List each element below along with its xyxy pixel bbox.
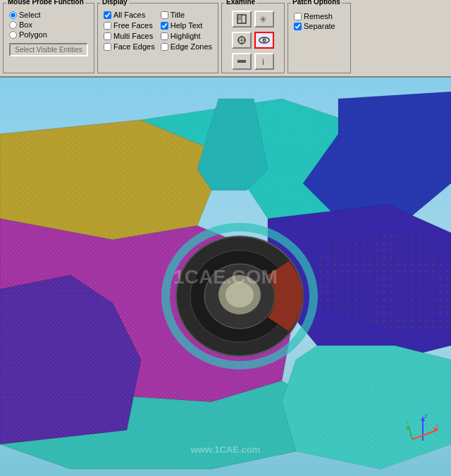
circle-select-icon xyxy=(236,35,247,46)
viewport[interactable]: 1CAE.COM www.1CAE.com Z X Y xyxy=(0,78,451,476)
cb-all-faces-label: All Faces xyxy=(113,11,145,19)
patch-options-title: Patch Options xyxy=(291,0,342,6)
svg-point-11 xyxy=(264,39,265,41)
examine-row1: ✳ xyxy=(232,11,274,28)
cb-face-edges[interactable]: Face Edges xyxy=(104,42,155,51)
svg-text:i: i xyxy=(262,56,264,67)
examine-row2 xyxy=(232,32,274,49)
examine-section: Examine ✳ xyxy=(221,3,285,73)
svg-rect-12 xyxy=(237,60,246,63)
examine-icon-eye[interactable] xyxy=(254,32,274,49)
cb-multi-faces-label: Multi Faces xyxy=(113,32,153,40)
display-col2: Title Help Text Highlight Edge Zones xyxy=(161,11,212,51)
cb-highlight-label: Highlight xyxy=(171,32,201,40)
examine-icon-book[interactable] xyxy=(232,11,252,28)
cb-separate-label: Separate xyxy=(304,22,335,30)
cb-remesh[interactable]: Remesh xyxy=(294,12,345,20)
display-title: Display xyxy=(101,0,129,6)
svg-point-38 xyxy=(226,282,254,307)
radio-box[interactable]: Box xyxy=(9,20,88,29)
star-icon: ✳ xyxy=(259,13,270,25)
examine-icons: ✳ xyxy=(232,11,274,70)
cb-free-faces[interactable]: Free Faces xyxy=(104,21,155,30)
radio-polygon-label: Polygon xyxy=(19,30,47,39)
coordinate-axes: Z X Y xyxy=(405,413,440,448)
examine-row3: i xyxy=(232,53,274,70)
cb-help-text-label: Help Text xyxy=(171,21,203,30)
cb-highlight[interactable]: Highlight xyxy=(161,32,212,40)
cb-free-faces-label: Free Faces xyxy=(113,21,153,30)
cb-separate[interactable]: Separate xyxy=(294,22,345,30)
display-section: Display All Faces Free Faces Multi Faces xyxy=(97,3,218,73)
cb-face-edges-label: Face Edges xyxy=(113,42,155,51)
z-axis-label: Z xyxy=(424,413,428,420)
line-icon xyxy=(236,56,247,67)
mouse-probe-options: Select Box Polygon Select Visible Entiti… xyxy=(9,11,88,56)
eye-icon xyxy=(259,35,270,46)
cb-edge-zones-label: Edge Zones xyxy=(171,42,212,51)
cb-remesh-label: Remesh xyxy=(304,12,333,20)
info-icon: i xyxy=(259,56,270,67)
toolbar: Mouse Probe Function Select Box Polygon … xyxy=(0,0,451,78)
axes-widget: Z X Y xyxy=(405,413,440,448)
radio-polygon[interactable]: Polygon xyxy=(9,30,88,39)
cb-help-text[interactable]: Help Text xyxy=(161,21,212,30)
cb-edge-zones[interactable]: Edge Zones xyxy=(161,42,212,51)
book-icon xyxy=(236,13,247,25)
examine-icon-info[interactable]: i xyxy=(254,53,274,70)
display-columns: All Faces Free Faces Multi Faces Face Ed… xyxy=(104,11,212,51)
mouse-probe-section: Mouse Probe Function Select Box Polygon … xyxy=(3,3,94,73)
x-axis-label: X xyxy=(435,423,440,429)
examine-title: Examine xyxy=(225,0,257,6)
patch-options-section: Patch Options Remesh Separate xyxy=(288,3,351,73)
cb-title-label: Title xyxy=(171,11,185,19)
examine-icon-line[interactable] xyxy=(232,53,252,70)
display-col1: All Faces Free Faces Multi Faces Face Ed… xyxy=(104,11,155,51)
mouse-probe-title: Mouse Probe Function xyxy=(6,0,85,6)
mesh-svg xyxy=(0,78,451,476)
y-axis-label: Y xyxy=(405,420,409,426)
svg-marker-30 xyxy=(282,346,451,469)
examine-icon-star[interactable]: ✳ xyxy=(254,11,274,28)
svg-line-43 xyxy=(412,430,437,439)
select-visible-button[interactable]: Select Visible Entities xyxy=(9,43,88,56)
radio-box-label: Box xyxy=(19,20,32,29)
cb-all-faces[interactable]: All Faces xyxy=(104,11,155,19)
radio-select[interactable]: Select xyxy=(9,11,88,19)
examine-icon-circle[interactable] xyxy=(232,32,252,49)
radio-select-label: Select xyxy=(19,11,41,19)
patch-options-content: Remesh Separate xyxy=(294,12,345,30)
cb-multi-faces[interactable]: Multi Faces xyxy=(104,32,155,40)
cb-title[interactable]: Title xyxy=(161,11,212,19)
svg-text:✳: ✳ xyxy=(259,14,267,25)
